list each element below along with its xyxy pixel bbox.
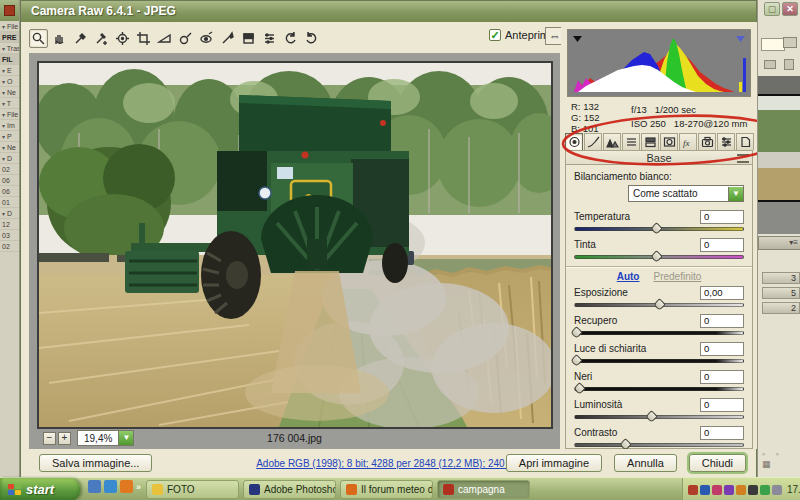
background-panel-item[interactable]: ▾ D <box>0 208 19 219</box>
preview-checkbox[interactable]: ✓ <box>489 29 501 41</box>
slider-track[interactable] <box>574 224 744 234</box>
tab-istantanee[interactable] <box>736 133 754 150</box>
taskbar-task-foto[interactable]: FOTO <box>146 480 239 499</box>
slider-value-input[interactable] <box>700 342 744 356</box>
background-panel-item[interactable]: ▾ Ne <box>0 87 19 98</box>
default-link[interactable]: Predefinito <box>653 271 701 282</box>
volume-icon[interactable] <box>736 485 746 495</box>
crop-tool[interactable] <box>134 29 153 48</box>
slider-track[interactable] <box>574 252 744 262</box>
red-eye-tool[interactable] <box>197 29 216 48</box>
maximize-button[interactable]: ▢ <box>764 2 780 16</box>
desktop-icon[interactable] <box>88 480 101 493</box>
photo-preview[interactable] <box>37 61 553 429</box>
histogram[interactable] <box>567 29 751 97</box>
slider-track[interactable] <box>574 356 744 366</box>
close-button[interactable]: Chiudi <box>689 454 746 472</box>
preferences-tool[interactable] <box>260 29 279 48</box>
tab-predefiniti[interactable] <box>717 133 735 150</box>
printer-icon[interactable] <box>783 37 797 48</box>
background-panel-item[interactable]: 02 <box>0 241 19 252</box>
background-panel-item[interactable]: PRE <box>0 32 19 43</box>
slider-track[interactable] <box>574 384 744 394</box>
background-list-row[interactable]: 3 <box>762 272 800 284</box>
usb-icon[interactable] <box>724 485 734 495</box>
messenger-icon[interactable] <box>688 485 698 495</box>
straighten-tool[interactable] <box>155 29 174 48</box>
background-panel-item[interactable]: ▾ File <box>0 109 19 120</box>
rotate-right-tool[interactable] <box>302 29 321 48</box>
rotate-left-tool[interactable] <box>281 29 300 48</box>
start-button[interactable]: start <box>0 478 80 500</box>
update-icon[interactable] <box>712 485 722 495</box>
slider-value-input[interactable] <box>700 398 744 412</box>
background-panel-item[interactable]: ▾ D <box>0 153 19 164</box>
tab-hsl-scala-grigio[interactable] <box>622 133 640 150</box>
background-panel-item[interactable]: 06 <box>0 175 19 186</box>
scheduler-icon[interactable] <box>748 485 758 495</box>
background-list-row[interactable]: 2 <box>762 302 800 314</box>
auto-link[interactable]: Auto <box>617 271 640 282</box>
folder-icon[interactable] <box>764 60 776 69</box>
spot-removal-tool[interactable] <box>176 29 195 48</box>
background-panel-item[interactable]: ▾ Tras <box>0 43 19 54</box>
background-panel-item[interactable]: ▾ T <box>0 98 19 109</box>
slider-thumb[interactable] <box>570 354 583 367</box>
quick-launch-overflow-icon[interactable]: » <box>136 482 141 492</box>
antivirus-icon[interactable] <box>700 485 710 495</box>
slider-thumb[interactable] <box>650 222 663 235</box>
cancel-button[interactable]: Annulla <box>614 454 677 472</box>
color-sampler-tool[interactable] <box>92 29 111 48</box>
slider-track[interactable] <box>574 328 744 338</box>
tab-base[interactable] <box>565 133 583 150</box>
background-panel-item[interactable]: 06 <box>0 186 19 197</box>
panel-menu-icon[interactable] <box>737 154 749 163</box>
slider-thumb[interactable] <box>645 410 658 423</box>
internet-explorer-icon[interactable] <box>104 480 117 493</box>
slider-value-input[interactable] <box>700 210 744 224</box>
trash-icon[interactable] <box>784 59 794 70</box>
tab-correzioni-lente[interactable] <box>660 133 678 150</box>
background-panel-item[interactable]: ▾ O <box>0 76 19 87</box>
slider-thumb[interactable] <box>650 250 663 263</box>
white-balance-select[interactable]: Come scattato ▼ <box>628 185 744 202</box>
tab-calibrazione-fotocamera[interactable] <box>698 133 716 150</box>
background-panel-item[interactable]: 12 <box>0 219 19 230</box>
slider-value-input[interactable] <box>700 426 744 440</box>
background-panel-item[interactable]: ▾ File <box>0 21 19 32</box>
background-panel-item[interactable]: 01 <box>0 197 19 208</box>
tab-dettagli[interactable] <box>603 133 621 150</box>
network-icon[interactable] <box>772 485 782 495</box>
background-panel-item[interactable]: FIL <box>0 54 19 65</box>
tab-effetti[interactable]: fx <box>679 133 697 150</box>
background-list-row[interactable]: 5 <box>762 287 800 299</box>
hand-tool[interactable] <box>50 29 69 48</box>
zoom-tool[interactable] <box>29 29 48 48</box>
slider-thumb[interactable] <box>573 382 586 395</box>
slider-value-input[interactable] <box>700 370 744 384</box>
background-panel-item[interactable]: ▾ Ne <box>0 142 19 153</box>
slider-thumb[interactable] <box>653 298 666 311</box>
slider-value-input[interactable] <box>700 238 744 252</box>
slider-thumb[interactable] <box>570 326 583 339</box>
background-panel-item[interactable]: ▾ P <box>0 131 19 142</box>
background-input-field[interactable] <box>761 38 785 51</box>
background-panel-item[interactable]: 03 <box>0 230 19 241</box>
taskbar-task-il-forum-meteo-di-[interactable]: Il forum meteo di ... <box>340 480 433 499</box>
slider-track[interactable] <box>574 412 744 422</box>
background-panel-item[interactable]: ▾ E <box>0 65 19 76</box>
white-balance-tool[interactable] <box>71 29 90 48</box>
firefox-icon[interactable] <box>120 480 133 493</box>
slider-track[interactable] <box>574 300 744 310</box>
adjustment-brush-tool[interactable] <box>218 29 237 48</box>
background-panel-item[interactable]: ▾ Im <box>0 120 19 131</box>
background-bottom-icons[interactable]: ◦ ◦ ▦ <box>762 449 800 469</box>
dialog-titlebar[interactable]: Camera Raw 6.4.1 - JPEG <box>21 1 756 22</box>
background-dropdown-bar[interactable]: ▾≡ <box>758 236 800 250</box>
close-window-button[interactable]: ✕ <box>782 2 798 16</box>
taskbar-task-adobe-photoshop-[interactable]: Adobe Photoshop ... <box>243 480 336 499</box>
targeted-adjustment-tool[interactable] <box>113 29 132 48</box>
taskbar-task-campagna[interactable]: campagna <box>437 480 530 499</box>
graduated-filter-tool[interactable] <box>239 29 258 48</box>
display-icon[interactable] <box>760 485 770 495</box>
